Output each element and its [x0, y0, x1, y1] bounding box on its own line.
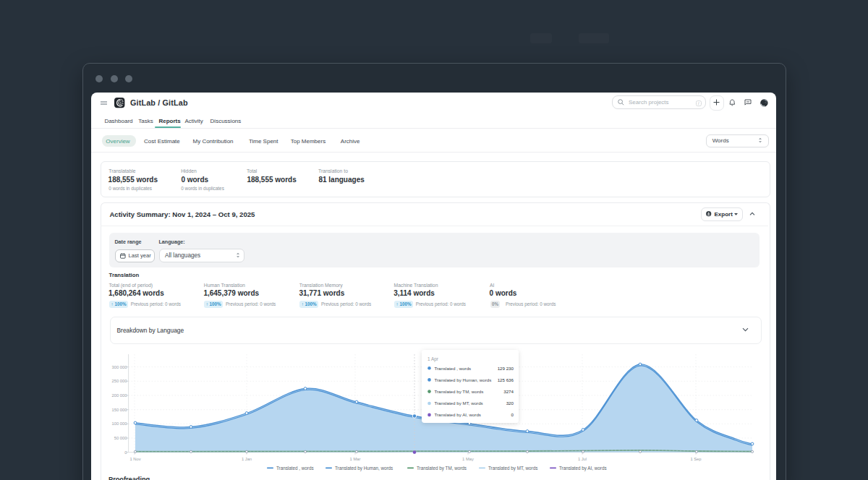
svg-text:50 000: 50 000: [114, 436, 127, 440]
svg-text:Translated by AI, words: Translated by AI, words: [435, 412, 481, 417]
svg-text:200 000: 200 000: [112, 393, 127, 398]
svg-text:1 Sep: 1 Sep: [690, 457, 701, 461]
svg-text:1 May: 1 May: [462, 457, 474, 461]
svg-text:300 000: 300 000: [112, 365, 127, 369]
svg-text:3274: 3274: [503, 389, 514, 394]
svg-text:1 Jul: 1 Jul: [578, 457, 587, 461]
svg-text:Translated by MT, words: Translated by MT, words: [488, 466, 537, 471]
svg-text:100 000: 100 000: [112, 421, 127, 426]
svg-text:1 Jan: 1 Jan: [242, 457, 252, 461]
svg-text:Translated by MT, words: Translated by MT, words: [435, 400, 483, 406]
svg-text:Translated by Human, words: Translated by Human, words: [435, 377, 492, 382]
svg-text:125 636: 125 636: [498, 377, 514, 382]
svg-text:Translated , words: Translated , words: [435, 366, 472, 371]
svg-text:250 000: 250 000: [112, 379, 127, 383]
svg-text:Translated by TM, words: Translated by TM, words: [435, 389, 484, 394]
svg-text:1 Apr: 1 Apr: [427, 356, 439, 362]
svg-text:150 000: 150 000: [112, 408, 127, 412]
svg-text:Translated by Human, words: Translated by Human, words: [335, 466, 393, 471]
svg-text:0: 0: [124, 450, 127, 455]
svg-text:Translated by TM, words: Translated by TM, words: [417, 466, 467, 471]
svg-text:0: 0: [511, 412, 514, 417]
svg-text:Translated , words: Translated , words: [276, 466, 314, 471]
svg-text:1 Nov: 1 Nov: [129, 457, 140, 461]
svg-text:Translated by AI, words: Translated by AI, words: [559, 466, 607, 471]
svg-text:129 230: 129 230: [498, 366, 514, 371]
svg-text:320: 320: [506, 400, 514, 406]
svg-text:1 Mar: 1 Mar: [350, 457, 361, 461]
